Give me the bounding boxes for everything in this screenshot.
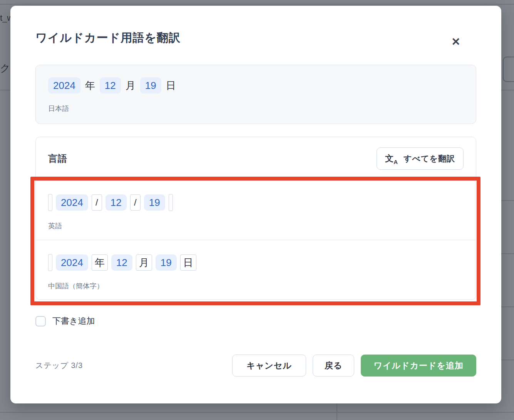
draft-checkbox[interactable] — [35, 316, 46, 326]
translate-wildcard-dialog: ワイルドカード用語を翻訳 ✕ 2024 年 12 月 19 日 日本語 言語 文… — [10, 6, 501, 403]
row-language-label: 中国語（簡体字） — [48, 281, 464, 291]
translate-all-label: すべてを翻訳 — [403, 153, 455, 164]
draft-checkbox-label: 下書き追加 — [52, 315, 95, 327]
date-token-box[interactable]: 年 — [92, 254, 108, 271]
date-token-empty[interactable] — [169, 194, 173, 211]
dialog-footer: ステップ 3/3 キャンセル 戻る ワイルドカードを追加 — [35, 355, 476, 376]
date-token-pill[interactable]: 2024 — [56, 254, 88, 271]
translate-all-button[interactable]: 文A すべてを翻訳 — [377, 147, 464, 170]
date-token-separator[interactable]: / — [130, 194, 141, 211]
close-icon[interactable]: ✕ — [449, 35, 463, 49]
draft-checkbox-row: 下書き追加 — [35, 315, 476, 327]
footer-buttons: キャンセル 戻る ワイルドカードを追加 — [232, 355, 476, 376]
translation-token-editor[interactable]: 2024 年 12 月 19 日 — [48, 254, 464, 271]
add-wildcard-button[interactable]: ワイルドカードを追加 — [361, 355, 476, 376]
languages-card: 言語 文A すべてを翻訳 2024 / 12 / 19 英語 2024 — [35, 137, 476, 300]
date-token-separator[interactable]: / — [92, 194, 102, 211]
date-token-pill: 19 — [140, 77, 161, 94]
cancel-button[interactable]: キャンセル — [232, 355, 306, 376]
date-token-pill[interactable]: 19 — [144, 194, 165, 211]
date-token-pill[interactable]: 19 — [156, 254, 177, 271]
source-language-label: 日本語 — [48, 104, 464, 113]
dialog-title: ワイルドカード用語を翻訳 — [35, 30, 476, 45]
date-token-plain: 月 — [124, 77, 137, 94]
date-token-pill: 12 — [100, 77, 121, 94]
translation-row-english: 2024 / 12 / 19 英語 — [36, 180, 476, 240]
date-token-empty[interactable] — [48, 254, 52, 271]
date-token-pill[interactable]: 12 — [111, 254, 132, 271]
date-token-pill[interactable]: 12 — [105, 194, 127, 211]
date-token-pill: 2024 — [48, 77, 80, 94]
languages-header-label: 言語 — [48, 152, 67, 165]
date-token-pill[interactable]: 2024 — [56, 194, 88, 211]
source-term-box: 2024 年 12 月 19 日 日本語 — [35, 65, 476, 124]
languages-card-header: 言語 文A すべてを翻訳 — [36, 137, 476, 180]
date-token-box[interactable]: 日 — [180, 254, 196, 271]
translation-token-editor[interactable]: 2024 / 12 / 19 — [48, 194, 464, 211]
translate-icon: 文A — [385, 154, 398, 163]
date-token-plain: 日 — [165, 77, 177, 94]
date-token-plain: 年 — [84, 77, 96, 94]
date-token-box[interactable]: 月 — [136, 254, 152, 271]
step-indicator: ステップ 3/3 — [35, 360, 83, 371]
row-language-label: 英語 — [48, 221, 464, 231]
back-button[interactable]: 戻る — [313, 355, 355, 376]
source-token-row: 2024 年 12 月 19 日 — [48, 77, 464, 94]
translation-row-chinese-simplified: 2024 年 12 月 19 日 中国語（簡体字） — [36, 240, 476, 300]
date-token-empty[interactable] — [48, 194, 52, 211]
